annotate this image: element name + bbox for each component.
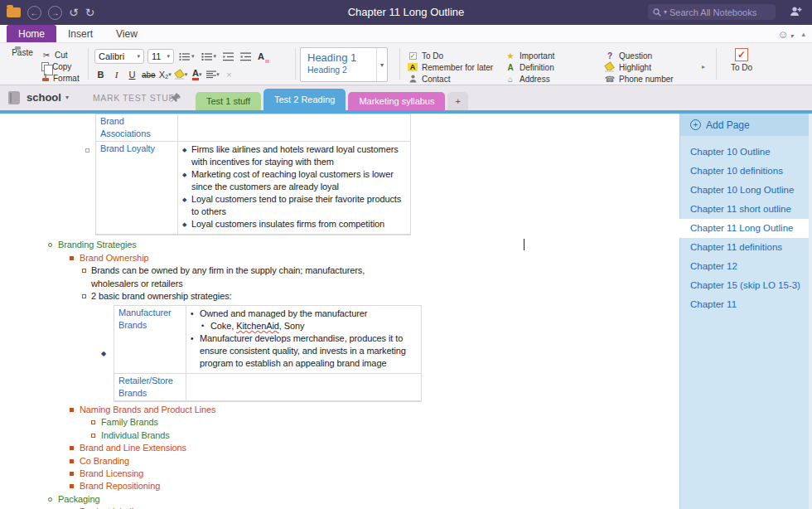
font-size-select[interactable]: 11 ▾ xyxy=(147,49,174,64)
todo-label: To Do xyxy=(731,63,752,72)
page-item[interactable]: Chapter 11 short outline xyxy=(680,200,812,219)
paintbrush-icon xyxy=(41,74,50,82)
brand-ownership-table[interactable]: ◆ Manufacturer Brands •Owned and managed… xyxy=(114,305,422,402)
back-button[interactable]: ← xyxy=(27,6,41,20)
brand-benefits-table[interactable]: Brand Associations Brand Loyalty ◆Firms … xyxy=(95,114,411,235)
outline-item[interactable]: Brand Ownership xyxy=(0,252,408,265)
clear-formatting-button[interactable]: A xyxy=(256,49,269,64)
page-item[interactable]: Chapter 10 Long Outline xyxy=(680,181,812,200)
tags-scroll-button[interactable]: ▸ xyxy=(698,50,709,83)
tag-question[interactable]: ? Question xyxy=(605,50,696,61)
tag-highlight[interactable]: Highlight xyxy=(605,61,696,73)
subscript-button[interactable]: X₂ ▾ xyxy=(159,68,172,81)
square-bullet-icon xyxy=(70,408,74,412)
undo-button[interactable]: ↺ xyxy=(69,7,79,18)
forward-button[interactable]: → xyxy=(48,6,62,20)
delete-disabled-button[interactable]: × xyxy=(223,68,235,81)
tag-important[interactable]: ★ Important xyxy=(505,50,603,61)
bold-button[interactable]: B xyxy=(94,68,107,81)
tag-address[interactable]: ⌂ Address xyxy=(505,73,603,85)
outline-item[interactable]: Brands can be owned by any firm in the s… xyxy=(0,264,408,290)
outline-item[interactable]: Brand Licensing xyxy=(0,468,215,480)
tag-todo[interactable]: ✓ To Do xyxy=(408,50,504,61)
tag-phone-number[interactable]: ☎ Phone number xyxy=(605,73,696,85)
copy-button[interactable]: Copy xyxy=(41,61,80,72)
search-input[interactable]: ▾ Search All Notebooks xyxy=(648,4,776,20)
section-tab-test1[interactable]: Test 1 stuff xyxy=(196,92,261,110)
outline-item[interactable]: Brand and Line Extensions xyxy=(0,442,215,454)
outline-item[interactable]: Naming Brands and Product Lines xyxy=(0,404,215,416)
page-item[interactable]: Chapter 11 xyxy=(680,295,812,314)
bullet-list-button[interactable]: ▾ xyxy=(177,49,196,64)
underline-button[interactable]: U xyxy=(126,68,138,81)
open-square-bullet-icon xyxy=(91,434,95,438)
paste-button[interactable]: Paste xyxy=(7,48,38,57)
tab-view[interactable]: View xyxy=(104,25,149,42)
strikethrough-button[interactable]: abe xyxy=(142,68,156,81)
open-square-bullet-icon xyxy=(82,294,86,298)
numbered-list-button[interactable]: ▾ xyxy=(200,49,219,64)
tab-home[interactable]: Home xyxy=(7,25,56,42)
cut-button[interactable]: ✂ Cut xyxy=(41,49,80,61)
styles-gallery[interactable]: Heading 1 Heading 2 ▾ xyxy=(300,47,388,82)
outline-item[interactable]: Brand Repositioning xyxy=(0,480,215,492)
table-cell-label[interactable]: Brand Loyalty xyxy=(96,142,178,234)
outline-item[interactable]: Family Brands xyxy=(0,416,215,429)
indent-icon xyxy=(240,52,251,61)
share-people-button[interactable] xyxy=(790,6,802,17)
increase-indent-button[interactable] xyxy=(239,49,253,64)
outline-item[interactable]: Individual Brands xyxy=(0,429,215,442)
alignment-button[interactable]: ▾ xyxy=(206,68,220,81)
styles-gallery-scroll[interactable]: ▾ xyxy=(376,48,387,81)
tag-contact[interactable]: Contact xyxy=(408,73,504,85)
table-cell[interactable]: •Owned and managed by the manufacturer •… xyxy=(186,306,421,373)
outline-item[interactable]: Co Branding xyxy=(0,455,215,468)
outline-text: Brand Licensing xyxy=(80,468,143,478)
tag-label: Contact xyxy=(422,75,450,84)
table-cell[interactable] xyxy=(186,374,421,400)
format-painter-button[interactable]: Format xyxy=(41,72,80,84)
highlight-button[interactable]: ▾ xyxy=(175,68,188,81)
notebook-dropdown[interactable]: school ▾ xyxy=(27,85,69,110)
table-cell-label[interactable]: Retailer/Store Brands xyxy=(114,374,186,400)
collapse-ribbon-button[interactable]: ▴ xyxy=(801,30,805,38)
page-editor[interactable]: Brand Associations Brand Loyalty ◆Firms … xyxy=(0,114,679,509)
font-name-value: Calibri xyxy=(99,51,124,61)
outline-item[interactable]: Packaging xyxy=(0,493,215,506)
add-section-button[interactable]: + xyxy=(447,92,467,110)
notebooks-drawer-icon[interactable] xyxy=(7,7,21,17)
tag-remember-for-later[interactable]: A Remember for later xyxy=(408,61,504,73)
sidebar-scrollbar[interactable] xyxy=(809,114,812,509)
outline-item[interactable]: Product labeling xyxy=(0,506,215,509)
table-cell[interactable] xyxy=(178,114,410,141)
outline-item[interactable]: 2 basic brand ownership strategies: xyxy=(0,290,408,303)
tags-gallery: ✓ To Do A Remember for later Contact ★ xyxy=(408,50,696,85)
outline-item[interactable]: Branding Strategies xyxy=(0,239,408,252)
table-cell-label[interactable]: Manufacturer Brands xyxy=(114,306,186,373)
decrease-indent-button[interactable] xyxy=(221,49,235,64)
page-item[interactable]: Chapter 10 Outline xyxy=(680,143,812,162)
italic-button[interactable]: I xyxy=(110,68,123,81)
page-item[interactable]: Chapter 11 definitions xyxy=(680,238,812,257)
tab-insert[interactable]: Insert xyxy=(56,25,104,42)
square-bullet-icon xyxy=(70,446,74,450)
feedback-smiley-button[interactable]: ☺▾ xyxy=(777,28,793,41)
page-item[interactable]: Chapter 10 definitions xyxy=(680,162,812,181)
style-heading1[interactable]: Heading 1 xyxy=(301,48,387,65)
todo-tag-button[interactable]: ✓ To Do xyxy=(723,48,761,72)
page-item-selected[interactable]: Chapter 11 Long Outline xyxy=(679,219,812,238)
add-page-button[interactable]: + Add Page xyxy=(680,114,812,136)
tag-definition[interactable]: A Definition xyxy=(505,61,603,73)
section-group-name[interactable]: MARK TEST STUFF xyxy=(93,85,180,110)
section-tab-marketing[interactable]: Marketing syllabus xyxy=(348,92,445,110)
table-cell[interactable]: ◆Firms like airlines and hotels reward l… xyxy=(178,142,410,234)
back-arrow-icon: ← xyxy=(31,8,39,17)
redo-button[interactable]: ↻ xyxy=(85,7,95,18)
page-item[interactable]: Chapter 12 xyxy=(680,257,812,276)
style-heading2[interactable]: Heading 2 xyxy=(301,65,387,75)
page-item[interactable]: Chapter 15 (skip LO 15-3) xyxy=(680,276,812,295)
font-name-select[interactable]: Calibri ▾ xyxy=(94,49,144,64)
table-cell-label[interactable]: Brand Associations xyxy=(96,114,178,141)
section-tab-test2-active[interactable]: Test 2 Reading xyxy=(263,89,346,110)
font-color-button[interactable]: A ▾ xyxy=(191,68,203,81)
